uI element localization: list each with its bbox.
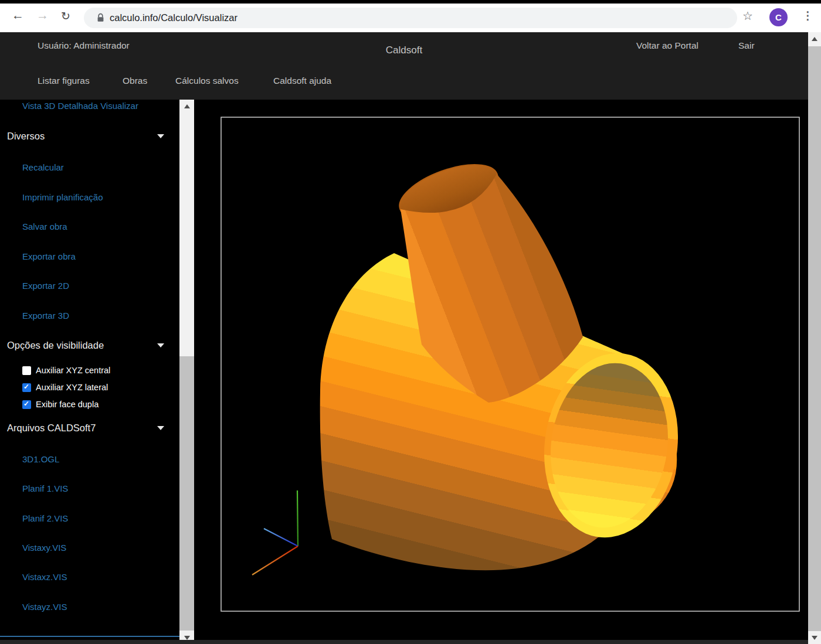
- sidebar-scrollbar-thumb[interactable]: [179, 356, 194, 631]
- sidebar-file-planif1-vis[interactable]: Planif 1.VIS: [22, 483, 68, 493]
- sidebar-scrollbar[interactable]: [179, 100, 194, 644]
- scroll-down-icon: [184, 636, 190, 640]
- portal-link[interactable]: Voltar ao Portal: [636, 40, 698, 51]
- app-header: Usuário: Administrador Caldsoft Voltar a…: [0, 32, 808, 100]
- bottom-strip: [0, 640, 808, 644]
- nav-obras[interactable]: Obras: [123, 76, 147, 86]
- sidebar-file-vistayz-vis[interactable]: Vistayz.VIS: [22, 602, 67, 612]
- chevron-down-icon[interactable]: [157, 343, 164, 347]
- section-diversos[interactable]: Diversos: [7, 131, 45, 142]
- checkbox-row-exibir-face-dupla[interactable]: Exibir face dupla: [22, 399, 99, 410]
- scroll-up-button[interactable]: [808, 32, 821, 45]
- reload-icon[interactable]: ↻: [61, 9, 70, 23]
- sidebar-link-exportar-obra[interactable]: Exportar obra: [22, 251, 76, 261]
- viewport-3d[interactable]: [194, 100, 808, 644]
- sidebar-link-exportar-2d[interactable]: Exportar 2D: [22, 281, 69, 291]
- axis-x-line: [252, 546, 298, 575]
- lock-icon[interactable]: [97, 13, 104, 25]
- sidebar-link-recalcular[interactable]: Recalcular: [22, 162, 64, 172]
- viewport-3d-canvas[interactable]: [194, 100, 808, 644]
- forward-icon[interactable]: →: [36, 8, 49, 22]
- page-scrollbar-thumb[interactable]: [808, 46, 821, 631]
- axis-triad-indicator: [252, 490, 298, 575]
- checkbox-label: Auxiliar XYZ lateral: [36, 383, 108, 392]
- sidebar-file-planif2-vis[interactable]: Planif 2.VIS: [22, 513, 68, 523]
- sidebar-link-salvar-obra[interactable]: Salvar obra: [22, 222, 67, 231]
- chevron-down-icon[interactable]: [157, 134, 164, 138]
- logout-link[interactable]: Sair: [738, 40, 755, 51]
- checkbox-label: Auxiliar XYZ central: [36, 366, 110, 375]
- sidebar-link-vista-3d[interactable]: Vista 3D Detalhada Visualizar: [22, 101, 138, 111]
- checkbox-box[interactable]: [22, 366, 31, 375]
- checkbox-row-auxiliar-xyz-central[interactable]: Auxiliar XYZ central: [22, 365, 110, 376]
- sidebar: Vista 3D Detalhada Visualizar Diversos R…: [0, 100, 179, 644]
- browser-menu-icon[interactable]: ⋮: [802, 9, 813, 22]
- section-opcoes-visibilidade[interactable]: Opções de visibilidade: [7, 340, 104, 351]
- avatar[interactable]: C: [769, 8, 788, 26]
- screen: ← → ↻ calculo.info/Calculo/Visualizar ☆ …: [0, 0, 821, 644]
- sidebar-bottom-divider: [0, 636, 179, 637]
- sidebar-file-vistaxz-vis[interactable]: Vistaxz.VIS: [22, 572, 67, 582]
- scroll-up-icon: [812, 37, 817, 41]
- scroll-up-icon: [184, 104, 190, 108]
- back-icon[interactable]: ←: [12, 8, 24, 22]
- nav-listar-figuras[interactable]: Listar figuras: [38, 76, 90, 86]
- sidebar-link-exportar-3d[interactable]: Exportar 3D: [22, 311, 69, 321]
- section-arquivos-caldsoft7[interactable]: Arquivos CALDSoft7: [7, 422, 96, 434]
- checkbox-label: Exibir face dupla: [36, 400, 99, 409]
- browser-toolbar: ← → ↻ calculo.info/Calculo/Visualizar ☆ …: [0, 4, 821, 32]
- nav-calculos-salvos[interactable]: Cálculos salvos: [175, 76, 239, 86]
- scroll-up-button[interactable]: [179, 100, 194, 113]
- chevron-down-icon[interactable]: [157, 426, 164, 430]
- sidebar-file-3d1-ogl[interactable]: 3D1.OGL: [22, 454, 59, 464]
- nav-caldsoft-ajuda[interactable]: Caldsoft ajuda: [273, 76, 331, 86]
- bookmark-star-icon[interactable]: ☆: [742, 9, 753, 23]
- sidebar-file-vistaxy-vis[interactable]: Vistaxy.VIS: [22, 543, 66, 553]
- checkbox-row-auxiliar-xyz-lateral[interactable]: Auxiliar XYZ lateral: [22, 382, 108, 393]
- sidebar-link-imprimir-planificacao[interactable]: Imprimir planificação: [22, 192, 103, 202]
- scroll-down-button[interactable]: [808, 631, 821, 644]
- scroll-down-icon: [812, 636, 817, 640]
- address-bar[interactable]: calculo.info/Calculo/Visualizar: [84, 8, 737, 28]
- page-scrollbar[interactable]: [808, 32, 821, 644]
- checkbox-box[interactable]: [22, 400, 31, 409]
- checkbox-box[interactable]: [22, 383, 31, 392]
- axis-y-line: [297, 490, 298, 546]
- axis-z-line: [264, 529, 298, 546]
- url-text[interactable]: calculo.info/Calculo/Visualizar: [110, 12, 238, 23]
